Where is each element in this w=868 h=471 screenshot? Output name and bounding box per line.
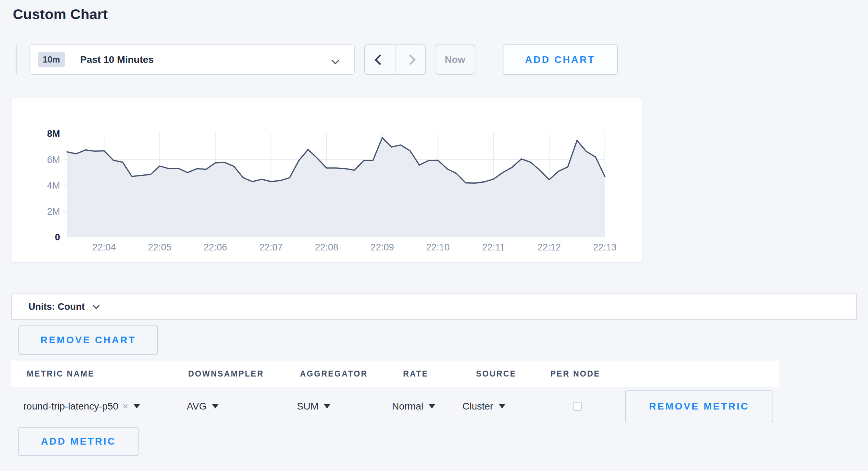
rate-value: Normal [392, 401, 423, 412]
column-source: SOURCE [476, 369, 516, 379]
downsampler-value: AVG [187, 401, 207, 412]
units-label: Units: Count [28, 301, 85, 312]
triangle-down-icon [212, 404, 218, 408]
remove-metric-button[interactable]: REMOVE METRIC [625, 390, 773, 422]
chevron-down-icon [93, 302, 100, 309]
svg-text:4M: 4M [47, 180, 60, 191]
metric-row: round-trip-latency-p50 × AVG SUM Normal … [11, 390, 857, 422]
svg-text:22:08: 22:08 [315, 242, 339, 253]
triangle-down-icon [499, 404, 505, 408]
svg-text:2M: 2M [47, 206, 60, 217]
toolbar-left-divider [16, 45, 17, 74]
time-back-button[interactable] [365, 45, 395, 74]
time-window-badge: 10m [38, 52, 65, 67]
svg-text:22:11: 22:11 [482, 242, 505, 253]
column-aggregator: AGGREGATOR [300, 369, 368, 379]
metric-name-value: round-trip-latency-p50 [23, 401, 118, 412]
svg-text:22:07: 22:07 [259, 242, 283, 253]
custom-chart-page: Custom Chart 10m Past 10 Minutes Now ADD… [0, 0, 868, 471]
chevron-right-icon [405, 54, 416, 65]
toolbar: 10m Past 10 Minutes Now ADD CHART [0, 44, 868, 75]
metric-name-dropdown[interactable]: round-trip-latency-p50 × [23, 401, 140, 412]
aggregator-value: SUM [297, 401, 318, 412]
svg-text:22:06: 22:06 [204, 242, 227, 253]
chevron-down-icon [332, 57, 340, 65]
svg-text:22:13: 22:13 [593, 242, 617, 253]
svg-text:0: 0 [55, 232, 60, 242]
triangle-down-icon [134, 404, 140, 408]
downsampler-dropdown[interactable]: AVG [187, 401, 218, 412]
svg-text:22:04: 22:04 [92, 242, 116, 253]
chart-card: 8M6M4M2M022:0422:0522:0622:0722:0822:092… [11, 98, 642, 263]
column-per-node: PER NODE [550, 369, 600, 379]
aggregator-dropdown[interactable]: SUM [297, 401, 330, 412]
svg-text:22:09: 22:09 [370, 242, 394, 253]
clear-metric-icon[interactable]: × [123, 401, 128, 412]
rate-dropdown[interactable]: Normal [392, 401, 435, 412]
metrics-table-header: METRIC NAME DOWNSAMPLER AGGREGATOR RATE … [11, 361, 779, 387]
column-metric-name: METRIC NAME [27, 369, 94, 379]
svg-text:22:10: 22:10 [426, 242, 450, 253]
triangle-down-icon [324, 404, 330, 408]
add-chart-button[interactable]: ADD CHART [503, 44, 618, 75]
units-dropdown[interactable]: Units: Count [11, 294, 857, 320]
svg-text:8M: 8M [47, 129, 60, 139]
page-title: Custom Chart [13, 6, 108, 23]
time-range-dropdown[interactable]: 10m Past 10 Minutes [30, 44, 355, 75]
column-downsampler: DOWNSAMPLER [188, 369, 264, 379]
chevron-left-icon [374, 54, 385, 65]
now-button[interactable]: Now [435, 44, 475, 75]
remove-chart-button[interactable]: REMOVE CHART [18, 325, 158, 355]
source-dropdown[interactable]: Cluster [462, 401, 505, 412]
time-pager [364, 44, 426, 75]
add-metric-button[interactable]: ADD METRIC [18, 427, 139, 456]
svg-text:22:12: 22:12 [537, 242, 561, 253]
source-value: Cluster [462, 401, 493, 412]
column-rate: RATE [403, 369, 428, 379]
per-node-checkbox[interactable] [573, 402, 582, 411]
triangle-down-icon [429, 404, 435, 408]
svg-text:22:05: 22:05 [148, 242, 172, 253]
svg-text:6M: 6M [47, 155, 60, 165]
metric-chart[interactable]: 8M6M4M2M022:0422:0522:0622:0722:0822:092… [11, 98, 641, 262]
time-range-label: Past 10 Minutes [80, 54, 154, 65]
time-forward-button[interactable] [395, 45, 425, 74]
